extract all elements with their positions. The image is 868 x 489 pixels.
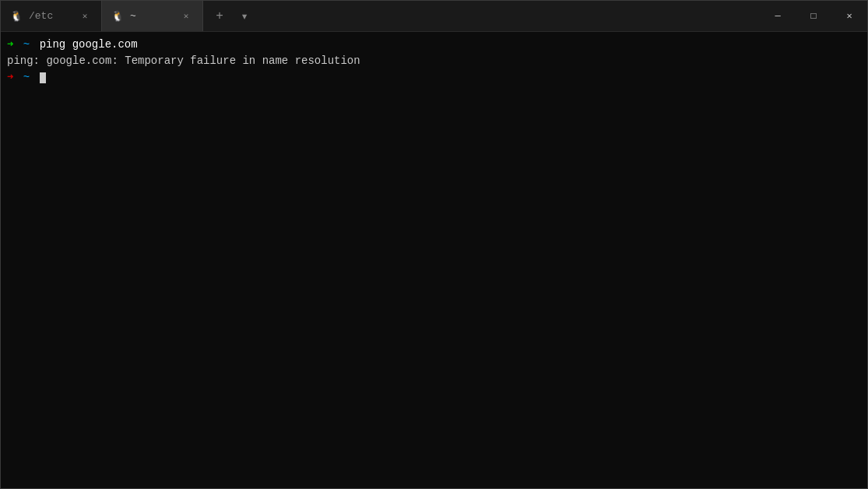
tab-dropdown-button[interactable]: ▾: [233, 5, 256, 28]
terminal-line-3: ➜ ~: [7, 69, 861, 86]
output-text: ping: google.com: Temporary failure in n…: [7, 53, 360, 69]
prompt-arrow-red: ➜: [7, 69, 13, 86]
tab-home-icon: 🐧: [111, 10, 124, 23]
prompt-tilde-1: ~: [16, 37, 36, 53]
close-button[interactable]: ✕: [831, 1, 867, 31]
new-tab-button[interactable]: +: [208, 5, 231, 28]
prompt-arrow-green: ➜: [7, 37, 13, 53]
tab-home[interactable]: 🐧 ~ ✕: [102, 1, 203, 31]
prompt-tilde-2: ~: [16, 69, 36, 86]
terminal-window: 🐧 /etc ✕ 🐧 ~ ✕ + ▾ ─ □ ✕ ➜: [0, 0, 868, 489]
command-text: ping google.com: [40, 37, 138, 53]
terminal-content[interactable]: ➜ ~ ping google.com ping: google.com: Te…: [1, 32, 867, 488]
maximize-button[interactable]: □: [796, 1, 831, 31]
tab-controls: + ▾: [203, 1, 261, 31]
tab-etc-icon: 🐧: [10, 10, 23, 23]
terminal-line-1: ➜ ~ ping google.com: [7, 37, 861, 53]
tabs-area: 🐧 /etc ✕ 🐧 ~ ✕ + ▾: [1, 1, 760, 31]
terminal-line-2: ping: google.com: Temporary failure in n…: [7, 53, 861, 69]
terminal-cursor: [40, 72, 46, 83]
title-bar: 🐧 /etc ✕ 🐧 ~ ✕ + ▾ ─ □ ✕: [1, 1, 867, 32]
tab-home-label: ~: [130, 10, 173, 22]
tab-etc-label: /etc: [29, 10, 72, 22]
tab-etc-close[interactable]: ✕: [78, 9, 92, 23]
window-controls: ─ □ ✕: [760, 1, 867, 31]
tab-home-close[interactable]: ✕: [179, 9, 193, 23]
minimize-button[interactable]: ─: [760, 1, 796, 31]
tab-etc[interactable]: 🐧 /etc ✕: [1, 1, 102, 31]
